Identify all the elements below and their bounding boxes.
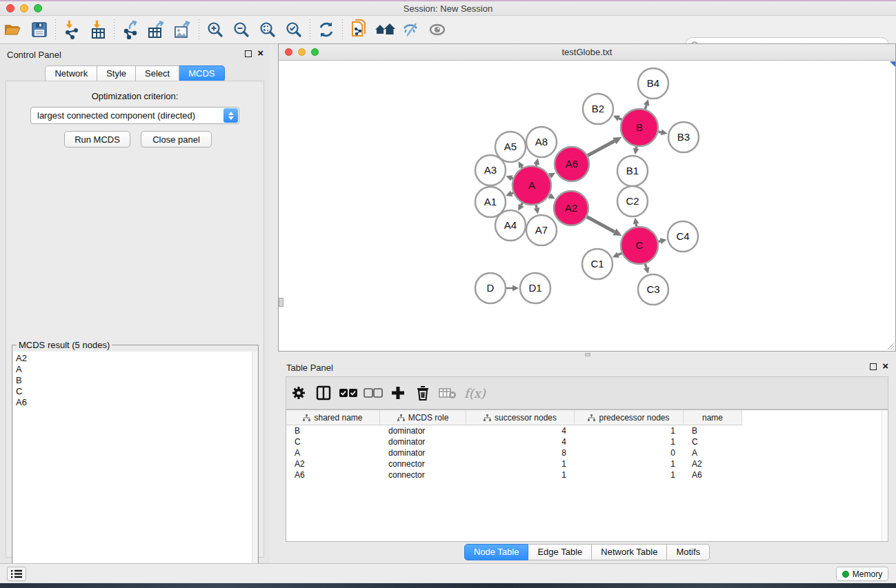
table-cell[interactable]: A2 <box>684 459 742 469</box>
column-header-name[interactable]: name <box>684 410 742 425</box>
edge-B-B2[interactable] <box>619 119 621 120</box>
tab-select[interactable]: Select <box>136 65 179 82</box>
result-scrollbar[interactable] <box>252 352 257 580</box>
column-header-MCDS-role[interactable]: MCDS role <box>380 410 466 425</box>
float-panel-icon[interactable] <box>245 50 252 57</box>
table-cell[interactable]: 4 <box>466 437 575 447</box>
table-cell[interactable]: A6 <box>286 470 380 480</box>
table-cell[interactable]: 1 <box>575 459 684 469</box>
edge-A-A4[interactable] <box>521 203 523 205</box>
tab-style[interactable]: Style <box>97 65 136 82</box>
export-image-icon[interactable] <box>170 18 196 41</box>
settings-icon[interactable] <box>286 381 311 405</box>
table-cell[interactable]: 1 <box>575 470 684 480</box>
table-cell[interactable]: A <box>286 448 380 458</box>
edge-A2-C[interactable] <box>587 216 615 232</box>
column-header-shared-name[interactable]: shared name <box>286 410 380 425</box>
table-cell[interactable]: dominator <box>380 426 466 436</box>
node-table[interactable]: shared nameMCDS rolesuccessor nodesprede… <box>286 409 888 542</box>
column-header-predecessor-nodes[interactable]: predecessor nodes <box>575 410 684 425</box>
table-cell[interactable]: C <box>684 437 742 447</box>
zoom-out-icon[interactable] <box>228 18 255 41</box>
table-row[interactable]: Bdominator41B <box>286 425 888 436</box>
table-cell[interactable]: B <box>286 426 380 436</box>
clone-network-icon[interactable] <box>346 18 372 41</box>
network-canvas[interactable]: AA1A2A3A4A5A6A7A8BB1B2B3B4CC1C2C3C4DD1 <box>279 61 895 351</box>
show-panel-icon[interactable] <box>424 18 450 41</box>
result-item[interactable]: A <box>16 364 250 375</box>
result-item[interactable]: B <box>16 375 250 386</box>
table-row[interactable]: Adominator80A <box>286 447 888 458</box>
result-item[interactable]: A6 <box>16 397 250 408</box>
close-panel-button[interactable]: Close panel <box>141 131 212 148</box>
tab-node-table[interactable]: Node Table <box>464 544 529 560</box>
table-cell[interactable]: 0 <box>575 448 684 458</box>
table-cell[interactable]: 4 <box>466 426 575 436</box>
import-network-icon[interactable] <box>59 18 85 41</box>
criterion-dropdown[interactable]: largest connected component (directed) <box>30 107 239 124</box>
table-cell[interactable]: A2 <box>286 459 380 469</box>
table-cell[interactable]: dominator <box>380 437 466 447</box>
zoom-selected-icon[interactable] <box>281 18 307 41</box>
edge-C-C1[interactable] <box>618 253 621 254</box>
table-cell[interactable]: 1 <box>575 426 684 436</box>
table-cell[interactable]: 1 <box>575 437 684 447</box>
tab-network-table[interactable]: Network Table <box>592 544 667 560</box>
close-panel-icon[interactable]: × <box>257 47 263 59</box>
edge-C-C3[interactable] <box>645 264 646 268</box>
save-session-icon[interactable] <box>26 18 52 41</box>
table-cell[interactable]: 1 <box>466 470 575 480</box>
network-window-titlebar[interactable]: testGlobe.txt <box>279 44 895 61</box>
network-graph[interactable]: AA1A2A3A4A5A6A7A8BB1B2B3B4CC1C2C3C4DD1 <box>279 61 895 351</box>
resize-grip-icon[interactable] <box>886 342 895 350</box>
table-cell[interactable]: B <box>684 426 742 436</box>
table-cell[interactable]: dominator <box>380 448 466 458</box>
edge-A-A5[interactable] <box>521 167 522 168</box>
table-cell[interactable]: 1 <box>466 459 575 469</box>
table-row[interactable]: A6connector11A6 <box>286 469 888 480</box>
edge-A-A8[interactable] <box>536 164 537 165</box>
tab-network[interactable]: Network <box>45 65 97 82</box>
table-row[interactable]: Cdominator41C <box>286 436 888 447</box>
edge-A-A1[interactable] <box>512 193 513 194</box>
import-table-icon[interactable] <box>85 18 111 41</box>
task-history-button[interactable] <box>7 567 26 581</box>
network-side-handle[interactable] <box>279 298 283 307</box>
result-item[interactable]: C <box>16 386 250 397</box>
home-icon[interactable] <box>372 18 398 41</box>
edge-A6-B[interactable] <box>588 141 615 156</box>
memory-button[interactable]: Memory <box>836 567 888 581</box>
edge-A-A3[interactable] <box>512 178 513 179</box>
table-scrollbar[interactable] <box>882 410 888 541</box>
tab-mcds[interactable]: MCDS <box>179 65 224 82</box>
zoom-in-icon[interactable] <box>202 18 228 41</box>
delete-column-icon[interactable] <box>410 381 435 405</box>
select-all-columns-icon[interactable] <box>336 381 361 405</box>
edge-B-B3[interactable] <box>658 132 661 132</box>
zoom-fit-icon[interactable] <box>255 18 281 41</box>
table-row[interactable]: A2connector11A2 <box>286 458 888 469</box>
hide-panel-icon[interactable] <box>398 18 424 41</box>
table-cell[interactable]: connector <box>380 470 466 480</box>
table-cell[interactable]: A <box>684 448 742 458</box>
edge-A-A7[interactable] <box>536 205 537 207</box>
close-table-panel-icon[interactable]: × <box>882 360 888 372</box>
tab-motifs[interactable]: Motifs <box>667 544 710 560</box>
column-header-successor-nodes[interactable]: successor nodes <box>466 410 575 425</box>
deselect-all-columns-icon[interactable] <box>361 381 386 405</box>
result-item[interactable]: A2 <box>16 353 250 364</box>
refresh-icon[interactable] <box>313 18 339 41</box>
edge-C-C4[interactable] <box>658 241 660 242</box>
table-cell[interactable]: C <box>286 437 380 447</box>
mcds-result-list[interactable]: A2ABCA6 <box>13 352 253 580</box>
edge-C-C2[interactable] <box>636 224 637 227</box>
open-session-icon[interactable] <box>0 18 26 41</box>
tab-edge-table[interactable]: Edge Table <box>528 544 592 560</box>
add-column-icon[interactable] <box>386 381 410 405</box>
column-layout-icon[interactable] <box>311 381 336 405</box>
run-mcds-button[interactable]: Run MCDS <box>64 131 130 148</box>
float-table-panel-icon[interactable] <box>870 363 877 370</box>
export-table-icon[interactable] <box>143 18 170 41</box>
table-cell[interactable]: connector <box>380 459 466 469</box>
table-cell[interactable]: A6 <box>684 470 742 480</box>
